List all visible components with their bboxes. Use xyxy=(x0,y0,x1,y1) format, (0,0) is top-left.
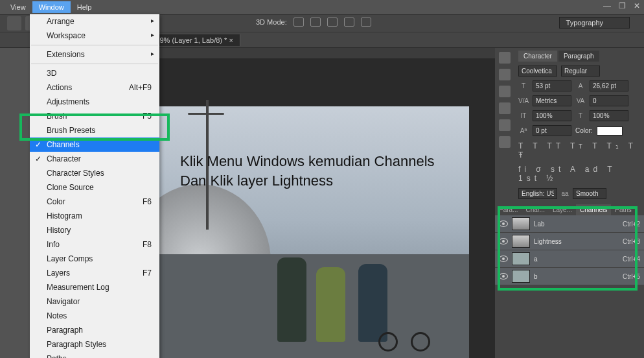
channels-panel: Para... Char... Laye... Channels Paths L… xyxy=(495,204,644,285)
menu-item-histogram[interactable]: Histogram xyxy=(30,209,159,223)
channel-row-lightness[interactable]: Lightness Ctrl+3 xyxy=(495,233,644,250)
hscale-icon: T xyxy=(575,112,586,119)
3d-orbit-icon[interactable] xyxy=(293,18,304,27)
menu-item-brush-presets[interactable]: Brush Presets xyxy=(30,123,159,137)
menu-item-3d[interactable]: 3D xyxy=(30,66,159,80)
menu-item-character-styles[interactable]: Character Styles xyxy=(30,166,159,180)
close-icon[interactable]: ✕ xyxy=(634,1,640,10)
leading-field[interactable] xyxy=(590,80,628,91)
annotation-text: Klik Menu Windows kemudian Channels Dan … xyxy=(180,152,435,190)
channel-shortcut: Ctrl+4 xyxy=(623,256,640,263)
menu-item-paragraph[interactable]: Paragraph xyxy=(30,323,159,337)
tab-paragraph-mini[interactable]: Para... xyxy=(495,204,522,215)
tracking-field[interactable] xyxy=(590,95,628,106)
vscale-icon: IT xyxy=(518,112,529,119)
menu-item-info[interactable]: InfoF8 xyxy=(30,237,159,252)
minimize-icon[interactable]: — xyxy=(603,1,611,10)
menu-view[interactable]: View xyxy=(4,1,32,13)
menu-item-actions[interactable]: ActionsAlt+F9 xyxy=(30,80,159,95)
tab-character-mini[interactable]: Char... xyxy=(522,204,548,215)
menu-item-navigator[interactable]: Navigator xyxy=(30,294,159,309)
channel-name: a xyxy=(534,256,619,263)
menu-item-layers[interactable]: LayersF7 xyxy=(30,266,159,280)
3d-roll-icon[interactable] xyxy=(310,18,321,27)
menu-item-brush[interactable]: BrushF5 xyxy=(30,109,159,123)
window-controls: — ❐ ✕ xyxy=(603,1,640,10)
annotation-line: Dan Klik layer Lightness xyxy=(180,171,435,191)
tab-paragraph[interactable]: Paragraph xyxy=(558,51,599,62)
window-menu-dropdown: ArrangeWorkspaceExtensions3DActionsAlt+F… xyxy=(30,14,159,358)
workspace-switcher[interactable]: Typography xyxy=(559,17,630,29)
menu-item-character[interactable]: Character xyxy=(30,152,159,166)
menu-item-notes[interactable]: Notes xyxy=(30,309,159,323)
baseline-field[interactable] xyxy=(533,125,571,136)
channel-shortcut: Ctrl+5 xyxy=(623,273,640,280)
font-style-field[interactable] xyxy=(561,66,600,77)
opentype-buttons[interactable]: fi σ st A ad T 1st ½ xyxy=(518,165,640,183)
menu-item-measurement-log[interactable]: Measurement Log xyxy=(30,280,159,294)
panel-icon[interactable] xyxy=(499,86,511,97)
channel-row-lab[interactable]: Lab Ctrl+2 xyxy=(495,215,644,233)
channels-panel-tabs: Para... Char... Laye... Channels Paths xyxy=(495,204,644,215)
photo-person xyxy=(316,267,345,342)
menu-item-paragraph-styles[interactable]: Paragraph Styles xyxy=(30,337,159,352)
3d-mode-row: 3D Mode: xyxy=(256,18,371,27)
tab-character[interactable]: Character xyxy=(518,51,557,62)
tool-icon[interactable] xyxy=(7,16,21,30)
language-field[interactable] xyxy=(518,188,557,199)
menu-item-workspace[interactable]: Workspace xyxy=(30,29,159,43)
channel-row-a[interactable]: a Ctrl+4 xyxy=(495,250,644,268)
tab-channels[interactable]: Channels xyxy=(576,204,611,215)
menu-item-layer-comps[interactable]: Layer Comps xyxy=(30,252,159,266)
tracking-icon: VA xyxy=(575,97,586,104)
visibility-icon[interactable] xyxy=(499,238,508,245)
kerning-icon: V/A xyxy=(518,97,529,104)
tools-panel[interactable] xyxy=(0,48,31,358)
3d-zoom-icon[interactable] xyxy=(361,18,371,27)
visibility-icon[interactable] xyxy=(499,273,508,280)
panel-icon[interactable] xyxy=(499,119,511,131)
menu-item-color[interactable]: ColorF6 xyxy=(30,195,159,209)
channel-thumbnail xyxy=(512,252,530,265)
visibility-icon[interactable] xyxy=(499,256,508,262)
3d-slide-icon[interactable] xyxy=(344,18,354,27)
photo-bicycle xyxy=(378,316,430,352)
baseline-icon: Aª xyxy=(518,127,529,134)
antialias-field[interactable] xyxy=(573,188,606,199)
tab-layers-mini[interactable]: Laye... xyxy=(549,204,576,215)
tab-paths[interactable]: Paths xyxy=(611,204,636,215)
font-family-field[interactable] xyxy=(518,66,557,77)
vscale-field[interactable] xyxy=(533,110,571,121)
menu-item-paths[interactable]: Paths xyxy=(30,352,159,358)
channel-thumbnail xyxy=(512,270,530,283)
text-color-swatch[interactable] xyxy=(597,126,623,136)
hscale-field[interactable] xyxy=(590,110,628,121)
panel-icon[interactable] xyxy=(499,136,511,148)
menu-item-adjustments[interactable]: Adjustments xyxy=(30,95,159,109)
menu-help[interactable]: Help xyxy=(71,1,98,13)
color-label: Color: xyxy=(575,127,593,134)
channel-row-b[interactable]: b Ctrl+5 xyxy=(495,268,644,285)
menu-item-channels[interactable]: Channels xyxy=(30,137,159,152)
menu-item-history[interactable]: History xyxy=(30,223,159,237)
channel-shortcut: Ctrl+3 xyxy=(623,238,640,245)
channel-thumbnail xyxy=(512,235,530,248)
collapsed-panel-icons xyxy=(495,48,514,202)
visibility-icon[interactable] xyxy=(499,221,508,227)
kerning-field[interactable] xyxy=(533,95,571,106)
font-size-field[interactable] xyxy=(533,80,571,91)
panel-icon[interactable] xyxy=(499,102,511,114)
channel-shortcut: Ctrl+2 xyxy=(623,221,640,228)
menu-item-extensions[interactable]: Extensions xyxy=(30,47,159,62)
menu-item-arrange[interactable]: Arrange xyxy=(30,14,159,29)
aa-icon: aa xyxy=(560,190,570,197)
menu-item-clone-source[interactable]: Clone Source xyxy=(30,180,159,195)
maximize-icon[interactable]: ❐ xyxy=(619,1,626,10)
3d-pan-icon[interactable] xyxy=(327,18,338,27)
type-style-buttons[interactable]: T T TT Tт T T₁ T Ŧ xyxy=(518,141,640,160)
menu-window[interactable]: Window xyxy=(32,1,71,13)
channel-name: Lightness xyxy=(534,238,619,245)
panel-icon[interactable] xyxy=(499,52,511,64)
photo-person xyxy=(277,257,306,342)
panel-icon[interactable] xyxy=(499,69,511,80)
